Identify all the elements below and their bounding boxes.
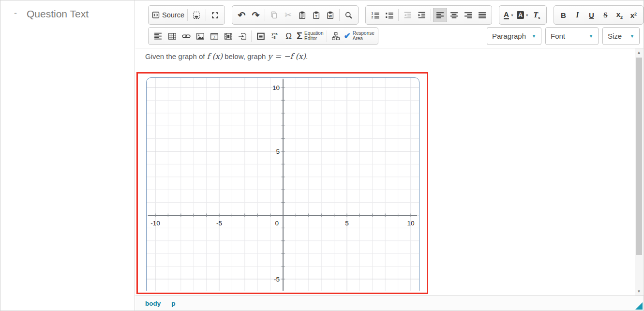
underline-button[interactable]: U bbox=[584, 8, 599, 22]
iframe-icon bbox=[256, 32, 265, 41]
link-button[interactable] bbox=[179, 29, 193, 44]
paste-icon bbox=[298, 11, 306, 19]
align-center-button[interactable] bbox=[447, 8, 461, 22]
separator bbox=[206, 9, 206, 21]
subscript-icon: x2 bbox=[616, 10, 623, 20]
paste-as-text-button[interactable]: T bbox=[309, 8, 323, 22]
resize-handle[interactable] bbox=[635, 302, 643, 310]
path-item-body[interactable]: body bbox=[145, 300, 161, 307]
subscript-button[interactable]: x2 bbox=[613, 8, 627, 22]
response-area-button[interactable]: ✔ ResponseArea bbox=[343, 29, 375, 44]
copy-icon bbox=[270, 11, 278, 19]
coordinate-grid-graph[interactable]: -10-5510105-50 bbox=[146, 77, 419, 291]
search-icon bbox=[344, 11, 353, 19]
bold-icon: B bbox=[561, 11, 566, 19]
toolbar-group-document: Source bbox=[148, 5, 225, 25]
audio-button[interactable]: ♪ bbox=[207, 29, 221, 44]
collapse-icon[interactable]: - bbox=[14, 8, 17, 18]
vertical-scrollbar[interactable]: ▲ ▼ bbox=[635, 48, 643, 296]
numbered-list-button[interactable]: 1 2 bbox=[368, 8, 382, 22]
special-character-button[interactable]: Ω bbox=[282, 29, 296, 44]
text-color-button[interactable]: A ▼ bbox=[502, 8, 516, 22]
app-window: - Question Text Source bbox=[0, 0, 644, 311]
math-button[interactable]: y=x=3 bbox=[268, 29, 282, 44]
italic-icon: I bbox=[576, 11, 579, 19]
table-button[interactable] bbox=[165, 29, 179, 44]
background-color-icon: A bbox=[517, 11, 524, 19]
maximize-button[interactable] bbox=[208, 8, 222, 22]
equation-editor-button[interactable]: Σ EquationEditor bbox=[296, 29, 325, 44]
decrease-indent-button[interactable] bbox=[401, 8, 415, 22]
undo-button[interactable]: ↶ bbox=[235, 8, 249, 22]
align-left-button[interactable] bbox=[433, 8, 447, 22]
source-label: Source bbox=[162, 11, 184, 19]
font-dropdown[interactable]: Font ▼ bbox=[545, 27, 599, 45]
paragraph-format-dropdown[interactable]: Paragraph ▼ bbox=[487, 27, 541, 45]
structure-button[interactable] bbox=[329, 29, 343, 44]
svg-text:10: 10 bbox=[407, 220, 414, 227]
separator bbox=[265, 9, 265, 21]
undo-icon: ↶ bbox=[238, 11, 245, 20]
iframe-button[interactable] bbox=[254, 29, 268, 44]
bulleted-list-button[interactable] bbox=[382, 8, 396, 22]
strikethrough-button[interactable]: S bbox=[599, 8, 613, 22]
svg-text:1: 1 bbox=[371, 12, 373, 15]
superscript-button[interactable]: x2 bbox=[627, 8, 641, 22]
image-icon bbox=[196, 32, 205, 41]
cut-button[interactable]: ✂ bbox=[281, 8, 295, 22]
increase-indent-button[interactable] bbox=[415, 8, 429, 22]
align-right-button[interactable] bbox=[461, 8, 475, 22]
paragraph-dropdown-label: Paragraph bbox=[492, 32, 526, 40]
font-dropdown-label: Font bbox=[551, 32, 565, 40]
copy-button[interactable] bbox=[267, 8, 281, 22]
equation-editor-label: EquationEditor bbox=[304, 31, 323, 41]
select-all-button[interactable] bbox=[190, 8, 204, 22]
separator bbox=[327, 30, 327, 42]
paste-from-word-button[interactable]: W bbox=[323, 8, 337, 22]
source-button[interactable]: Source bbox=[151, 8, 185, 22]
strikethrough-icon: S bbox=[603, 11, 607, 19]
size-dropdown[interactable]: Size ▼ bbox=[602, 27, 640, 45]
remove-format-button[interactable]: Tx bbox=[530, 8, 544, 22]
math-fx: f (x) bbox=[207, 52, 223, 61]
separator bbox=[187, 9, 188, 21]
find-button[interactable] bbox=[342, 8, 356, 22]
editor-content-area[interactable]: Given the graph of f (x) below, graph y … bbox=[135, 48, 644, 296]
table-icon bbox=[168, 32, 177, 41]
bold-button[interactable]: B bbox=[556, 8, 570, 22]
align-center-icon bbox=[450, 11, 458, 19]
flowchart-icon bbox=[331, 32, 340, 41]
svg-text:10: 10 bbox=[272, 84, 280, 91]
toolbar-group-insert: ♪ bbox=[148, 27, 378, 45]
superscript-icon: x2 bbox=[630, 11, 637, 19]
image-button[interactable] bbox=[193, 29, 207, 44]
text-color-icon: A bbox=[504, 11, 509, 19]
svg-text:5: 5 bbox=[276, 148, 280, 155]
svg-text:0: 0 bbox=[275, 220, 279, 227]
background-color-button[interactable]: A ▼ bbox=[516, 8, 530, 22]
justify-button[interactable] bbox=[475, 8, 489, 22]
separator bbox=[251, 30, 252, 42]
sidebar: - Question Text bbox=[0, 0, 135, 311]
insert-template-button[interactable] bbox=[235, 29, 249, 44]
scroll-down-arrow[interactable]: ▼ bbox=[635, 287, 643, 296]
paste-button[interactable] bbox=[295, 8, 309, 22]
redo-icon: ↷ bbox=[252, 11, 259, 20]
scroll-up-arrow[interactable]: ▲ bbox=[635, 48, 643, 57]
indent-icon bbox=[418, 11, 426, 19]
justify-icon bbox=[478, 11, 486, 19]
paste-text-icon: T bbox=[312, 11, 320, 19]
chevron-down-icon: ▼ bbox=[583, 34, 593, 39]
path-item-p[interactable]: p bbox=[171, 300, 175, 307]
italic-button[interactable]: I bbox=[570, 8, 584, 22]
scrollbar-thumb[interactable] bbox=[636, 58, 642, 255]
horizontal-line-button[interactable] bbox=[151, 29, 165, 44]
svg-text:5: 5 bbox=[345, 220, 349, 227]
underline-icon: U bbox=[589, 11, 594, 19]
redo-button[interactable]: ↷ bbox=[249, 8, 263, 22]
question-text: Given the graph of f (x) below, graph y … bbox=[145, 52, 308, 61]
toolbar-group-basicstyles: B I U S x2 x2 bbox=[554, 5, 644, 25]
question-text-section-header[interactable]: - Question Text bbox=[0, 0, 135, 20]
video-button[interactable] bbox=[221, 29, 235, 44]
sigma-icon: Σ bbox=[297, 30, 302, 42]
